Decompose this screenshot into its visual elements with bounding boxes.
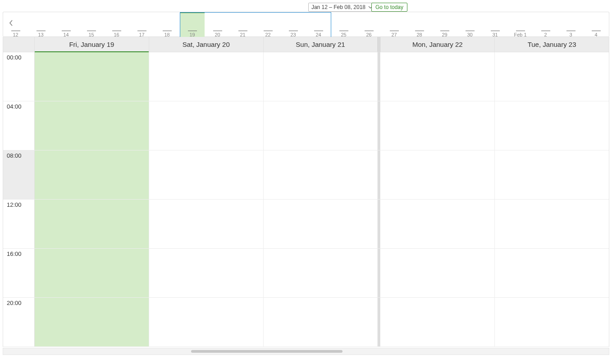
timeline-tick[interactable]: 14 (54, 12, 79, 37)
calendar-cell[interactable] (264, 101, 378, 150)
calendar-cell[interactable] (149, 52, 264, 101)
date-range-label: Jan 12 – Feb 08, 2018 (311, 4, 365, 10)
timeline-tick[interactable]: 13 (28, 12, 54, 37)
calendar-cell[interactable] (35, 249, 149, 297)
calendar-toolbar: Jan 12 – Feb 08, 2018 Go to today (3, 2, 609, 12)
go-to-today-button[interactable]: Go to today (371, 3, 407, 12)
day-header-row: Fri, January 19Sat, January 20Sun, Janua… (3, 37, 609, 52)
calendar-cell[interactable] (149, 200, 264, 248)
day-header[interactable]: Mon, January 22 (380, 37, 495, 52)
timeline-tick[interactable]: 18 (155, 12, 180, 37)
calendar-grid[interactable]: 00:0004:0008:0012:0016:0020:00 (3, 52, 609, 347)
calendar-cell[interactable] (495, 52, 609, 101)
calendar-cell[interactable] (149, 298, 264, 346)
calendar-cell[interactable] (35, 150, 149, 199)
time-gutter-label: 04:00 (3, 101, 35, 150)
timeline-tick[interactable]: 16 (104, 12, 129, 37)
calendar-cell[interactable] (495, 101, 609, 150)
calendar-cell[interactable] (149, 249, 264, 297)
time-row: 00:00 (3, 52, 609, 101)
date-range-picker[interactable]: Jan 12 – Feb 08, 2018 (308, 3, 376, 12)
day-header-label: Tue, January 23 (528, 41, 576, 48)
day-header-label: Sun, January 21 (296, 41, 345, 48)
day-header[interactable]: Sat, January 20 (149, 37, 264, 52)
time-row: 20:00 (3, 298, 609, 347)
timeline-tick[interactable]: 30 (457, 12, 483, 37)
day-header-label: Fri, January 19 (69, 41, 114, 48)
timeline-tick[interactable]: 15 (79, 12, 104, 37)
timeline-tick[interactable]: 3 (558, 12, 584, 37)
calendar-cell[interactable] (380, 200, 495, 248)
timeline-tick[interactable]: 12 (3, 12, 28, 37)
timeline-tick[interactable]: Feb 1 (508, 12, 533, 37)
timeline-tick[interactable]: 29 (432, 12, 457, 37)
timeline-tick[interactable]: 25 (331, 12, 356, 37)
go-to-today-label: Go to today (375, 4, 403, 10)
time-row: 08:00 (3, 150, 609, 200)
time-row: 04:00 (3, 101, 609, 150)
time-gutter-label: 00:00 (3, 52, 35, 101)
timeline-tick[interactable]: 22 (256, 12, 281, 37)
calendar-cell[interactable] (35, 200, 149, 248)
day-header-label: Sat, January 20 (183, 41, 230, 48)
timeline-tick[interactable]: 31 (483, 12, 508, 37)
calendar-cell[interactable] (264, 52, 378, 101)
calendar-cell[interactable] (380, 150, 495, 199)
day-header[interactable]: Fri, January 19 (35, 37, 149, 52)
scrollbar-thumb[interactable] (191, 350, 343, 353)
calendar-cell[interactable] (495, 298, 609, 346)
timeline-tick[interactable]: 17 (129, 12, 155, 37)
timeline-tick-label: 12 (13, 32, 18, 37)
calendar-cell[interactable] (264, 200, 378, 248)
calendar-cell[interactable] (264, 298, 378, 346)
calendar-cell[interactable] (495, 200, 609, 248)
time-gutter-header (3, 37, 35, 52)
timeline-tick[interactable]: 19 (180, 12, 205, 37)
calendar-cell[interactable] (149, 150, 264, 199)
time-row: 16:00 (3, 249, 609, 298)
timeline-tick[interactable]: 21 (230, 12, 256, 37)
timeline-tick[interactable]: 26 (356, 12, 382, 37)
timeline-tick[interactable]: 2 (533, 12, 558, 37)
calendar-cell[interactable] (35, 101, 149, 150)
calendar-cell[interactable] (264, 150, 378, 199)
calendar-cell[interactable] (495, 150, 609, 199)
calendar-cell[interactable] (264, 249, 378, 297)
timeline-overview[interactable]: 1213141516171819202122232425262728293031… (3, 12, 609, 37)
time-gutter-label: 20:00 (3, 298, 35, 346)
calendar-cell[interactable] (380, 249, 495, 297)
timeline-tick[interactable]: 23 (281, 12, 306, 37)
timeline-tick[interactable]: 28 (407, 12, 432, 37)
timeline-tick[interactable]: 27 (382, 12, 407, 37)
calendar-cell[interactable] (149, 101, 264, 150)
time-gutter-label: 08:00 (3, 150, 35, 199)
day-header[interactable]: Sun, January 21 (264, 37, 378, 52)
time-gutter-label: 16:00 (3, 249, 35, 297)
timeline-tick[interactable]: 4 (584, 12, 609, 37)
time-gutter-label: 12:00 (3, 200, 35, 248)
calendar-cell[interactable] (380, 101, 495, 150)
calendar-cell[interactable] (380, 52, 495, 101)
day-header[interactable]: Tue, January 23 (495, 37, 609, 52)
calendar-cell[interactable] (495, 249, 609, 297)
timeline-tick[interactable]: 24 (306, 12, 331, 37)
calendar-cell[interactable] (380, 298, 495, 346)
horizontal-scrollbar[interactable] (3, 348, 609, 355)
day-header-label: Mon, January 22 (412, 41, 463, 48)
calendar-cell[interactable] (35, 298, 149, 346)
timeline-tick[interactable]: 20 (205, 12, 230, 37)
calendar-cell[interactable] (35, 52, 149, 101)
time-row: 12:00 (3, 200, 609, 249)
